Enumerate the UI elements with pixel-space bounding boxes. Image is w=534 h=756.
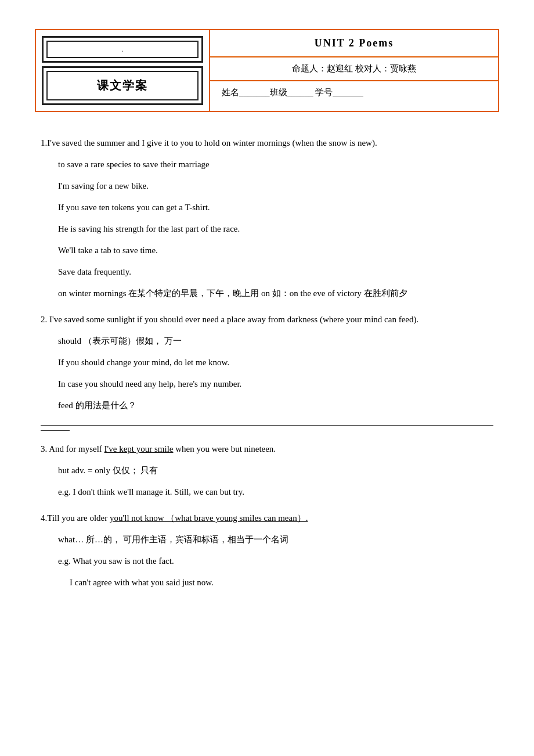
section-2-ex4: feed 的用法是什么？ <box>58 398 493 413</box>
info-line: 姓名_______班级______ 学号_______ <box>210 81 498 104</box>
section-3-ex2: e.g. I don't think we'll manage it. Stil… <box>58 484 493 500</box>
title-box-outer: 课文学案 <box>42 66 203 105</box>
section-2-ex2: If you should change your mind, do let m… <box>58 355 493 370</box>
section-1-ex4: He is saving his strength for the last p… <box>58 221 493 237</box>
section-1-ex7: on winter mornings 在某个特定的早晨，下午，晚上用 on 如：… <box>58 286 493 301</box>
unit-title: UNIT 2 Poems <box>210 30 498 57</box>
section-3-ex1: but adv. = only 仅仅； 只有 <box>58 463 493 478</box>
section-2-main: 2. I've saved some sunlight if you shoul… <box>41 312 493 327</box>
author-line: 命题人：赵迎红 校对人：贾咏燕 <box>210 57 498 81</box>
section-4-ex2: e.g. What you saw is not the fact. <box>58 553 493 569</box>
section-4-ex1: what… 所…的， 可用作主语，宾语和标语，相当于一个名词 <box>58 532 493 548</box>
section-2-ex3: In case you should need any help, here's… <box>58 376 493 392</box>
underline-smile: I've kept your smile <box>104 444 174 453</box>
top-inner-box-content: . <box>46 41 199 58</box>
section-1-ex5: We'll take a tab to save time. <box>58 243 493 258</box>
underline-know: you'll not know （what brave young smiles… <box>110 513 308 523</box>
top-inner-box: . <box>42 36 203 63</box>
section-4-main: 4.Till you are older you'll not know （wh… <box>41 510 493 526</box>
title-box-inner: 课文学案 <box>46 71 199 100</box>
section-1-ex3: If you save ten tokens you can get a T-s… <box>58 200 493 215</box>
section-2: 2. I've saved some sunlight if you shoul… <box>41 312 493 413</box>
section-4-ex3: I can't agree with what you said just no… <box>70 575 493 591</box>
section-1-ex6: Save data frequently. <box>58 264 493 280</box>
page-header: . 课文学案 UNIT 2 Poems 命题人：赵迎红 校对人：贾咏燕 姓名__… <box>35 29 499 112</box>
section-3-main: 3. And for myself I've kept your smile w… <box>41 441 493 457</box>
section-3: 3. And for myself I've kept your smile w… <box>41 441 493 500</box>
header-right: UNIT 2 Poems 命题人：赵迎红 校对人：贾咏燕 姓名_______班级… <box>210 30 498 111</box>
section-1-ex1: to save a rare species to save their mar… <box>58 157 493 172</box>
short-divider <box>41 430 70 431</box>
section-2-ex1: should （表示可能）假如， 万一 <box>58 333 493 349</box>
divider-line <box>41 425 493 426</box>
section-4: 4.Till you are older you'll not know （wh… <box>41 510 493 591</box>
section-1: 1.I've saved the summer and I give it to… <box>41 135 493 301</box>
main-content: 1.I've saved the summer and I give it to… <box>35 135 499 591</box>
section-1-main: 1.I've saved the summer and I give it to… <box>41 135 493 151</box>
header-left: . 课文学案 <box>36 30 210 111</box>
section-1-ex2: I'm saving for a new bike. <box>58 178 493 194</box>
